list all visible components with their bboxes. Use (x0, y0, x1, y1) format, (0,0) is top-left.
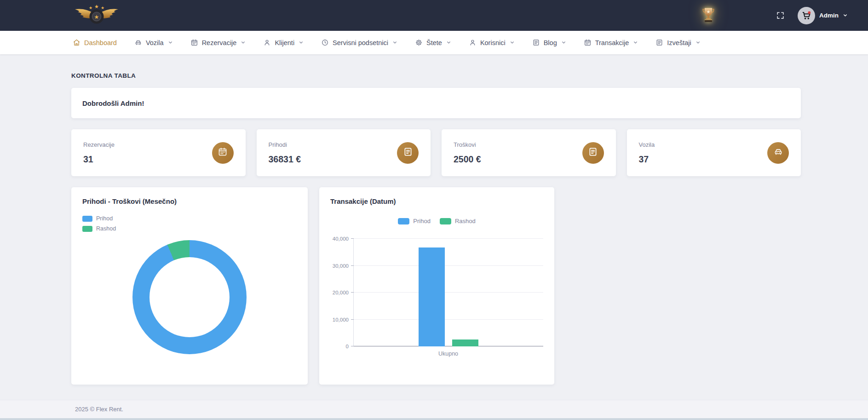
stat-label: Troškovi (454, 141, 481, 148)
stat-value: 31 (83, 154, 115, 165)
user-name: Admin (819, 12, 839, 19)
stat-card-troškovi: Troškovi2500 € (442, 129, 616, 176)
car-icon (134, 39, 142, 46)
nav-item-label: Vozila (146, 39, 164, 46)
svg-text:★: ★ (101, 6, 104, 10)
welcome-text: Dobrodošli Admin! (82, 99, 144, 107)
plot-area: 010,00020,00030,00040,000Ukupno (330, 239, 543, 357)
nav-item-rezervacije[interactable]: Rezervacije (190, 39, 246, 46)
stat-card-vozila: Vozila37 (627, 129, 801, 176)
stat-card-prihodi: Prihodi36831 € (257, 129, 431, 176)
nav-item-korisnici[interactable]: Korisnici (469, 39, 515, 46)
charts-row: Prihodi - Troškovi (Mesečno)PrihodRashod… (71, 187, 801, 385)
y-axis-labels: 010,00020,00030,00040,000 (330, 239, 353, 346)
legend-label: Prihod (413, 218, 431, 224)
nav-item-label: Transakcije (595, 39, 629, 46)
stat-label: Vozila (639, 141, 655, 148)
invoice-badge (397, 142, 419, 164)
chevron-down-icon (446, 40, 451, 45)
doc-icon (532, 39, 540, 46)
nav-item-label: Klijenti (275, 39, 294, 46)
svg-text:★: ★ (94, 4, 99, 9)
calendar-icon (584, 39, 592, 46)
legend-swatch (398, 218, 409, 224)
stat-info: Vozila37 (639, 141, 655, 165)
y-tick-label: 10,000 (333, 317, 349, 322)
y-tick-label: 0 (346, 344, 349, 349)
chevron-down-icon (696, 40, 701, 45)
legend-label: Prihod (96, 215, 113, 222)
legend-item-prihod[interactable]: Prihod (82, 215, 297, 222)
header-actions: ★ Admin (701, 6, 848, 25)
gear-icon (415, 39, 423, 46)
nav-item-klijenti[interactable]: Klijenti (263, 39, 304, 46)
trophy-icon[interactable]: ★ (701, 6, 715, 25)
brand-logo[interactable]: ★ ★ ★ ★ (73, 3, 121, 28)
nav-item-dashboard[interactable]: Dashboard (73, 39, 117, 46)
chart-title: Transakcije (Datum) (330, 197, 543, 205)
bar-prihod[interactable] (419, 247, 445, 346)
home-icon (73, 39, 80, 46)
nav-item-label: Štete (426, 39, 442, 46)
invoice-badge (582, 142, 604, 164)
stat-label: Prihodi (269, 141, 301, 148)
chevron-down-icon (168, 40, 173, 45)
legend-item-prihod[interactable]: Prihod (398, 218, 431, 224)
top-header: ★ ★ ★ ★ ★ (0, 0, 868, 31)
bar-legend: PrihodRashod (330, 218, 543, 224)
stat-value: 37 (639, 154, 655, 165)
stat-value: 36831 € (269, 154, 301, 165)
cart-avatar-icon (800, 10, 812, 22)
nav-item-label: Blog (544, 39, 557, 46)
nav-item-štete[interactable]: Štete (415, 39, 451, 46)
user-icon (263, 39, 271, 46)
fullscreen-button[interactable] (774, 9, 787, 22)
nav-item-label: Korisnici (480, 39, 506, 46)
donut-legend: PrihodRashod (82, 215, 297, 232)
stat-card-rezervacije: Rezervacije31 (71, 129, 246, 176)
stat-info: Troškovi2500 € (454, 141, 481, 165)
y-tick-label: 20,000 (333, 290, 349, 295)
bar-rashod[interactable] (452, 339, 478, 346)
stat-value: 2500 € (454, 154, 481, 165)
welcome-card: Dobrodošli Admin! (71, 88, 801, 118)
nav-item-izveštaji[interactable]: Izveštaji (655, 39, 700, 46)
chevron-down-icon (392, 40, 397, 45)
calendar-icon (218, 147, 228, 159)
legend-item-rashod[interactable]: Rashod (440, 218, 476, 224)
donut-chart[interactable] (132, 240, 247, 354)
legend-swatch (82, 226, 92, 232)
legend-item-rashod[interactable]: Rashod (82, 225, 297, 232)
nav-item-label: Servisni podsetnici (333, 39, 388, 46)
nav-item-servisni-podsetnici[interactable]: Servisni podsetnici (321, 39, 397, 46)
page-title: KONTROLNA TABLA (71, 72, 801, 79)
chevron-down-icon (299, 40, 304, 45)
fullscreen-icon (776, 11, 785, 20)
nav-item-label: Rezervacije (202, 39, 237, 46)
chevron-down-icon (633, 40, 638, 45)
stat-label: Rezervacije (83, 141, 115, 148)
user-menu[interactable]: Admin (798, 7, 848, 24)
bar-chart-plot (353, 239, 543, 346)
chevron-down-icon (510, 40, 515, 45)
stats-row: Rezervacije31Prihodi36831 €Troškovi2500 … (71, 129, 801, 176)
main-content: KONTROLNA TABLA Dobrodošli Admin! Rezerv… (0, 54, 868, 400)
nav-item-blog[interactable]: Blog (532, 39, 566, 46)
nav-item-label: Izveštaji (667, 39, 691, 46)
bars-group (354, 239, 543, 346)
stat-info: Rezervacije31 (83, 141, 115, 165)
user-icon (469, 39, 477, 46)
chevron-down-icon (561, 40, 566, 45)
footer-text: 2025 © Flex Rent. (75, 406, 123, 413)
doc-icon (655, 39, 663, 46)
nav-item-vozila[interactable]: Vozila (134, 39, 173, 46)
clock-icon (321, 39, 329, 46)
car-badge (767, 142, 789, 164)
svg-text:★: ★ (89, 6, 92, 10)
calendar-icon (190, 39, 198, 46)
donut-hole (149, 257, 230, 337)
nav-item-transakcije[interactable]: Transakcije (584, 39, 638, 46)
chevron-down-icon (843, 13, 848, 18)
legend-swatch (440, 218, 451, 224)
stat-info: Prihodi36831 € (269, 141, 301, 165)
